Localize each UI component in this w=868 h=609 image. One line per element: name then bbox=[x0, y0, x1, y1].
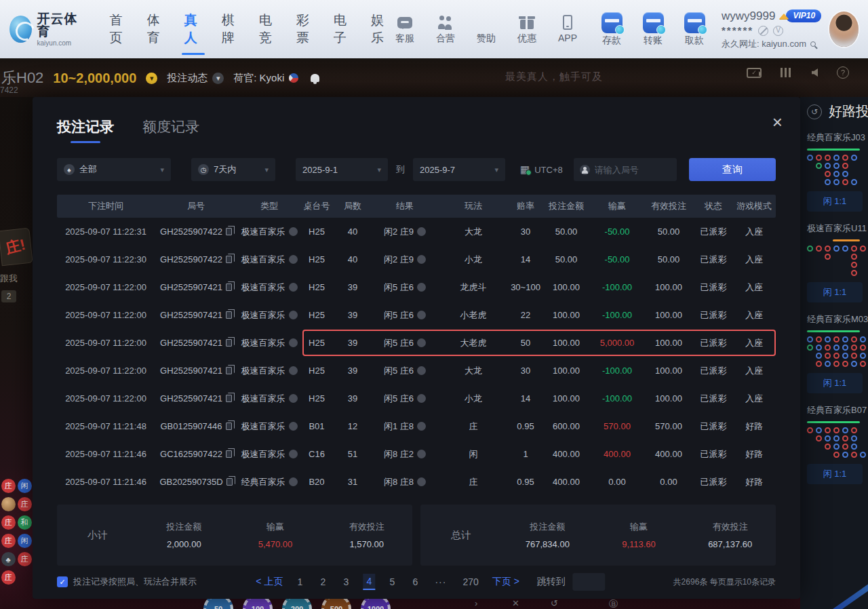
nav-menu-item[interactable]: 真人 bbox=[184, 7, 203, 51]
copy-icon[interactable] bbox=[226, 256, 232, 263]
copy-icon[interactable] bbox=[226, 478, 233, 486]
cell-game-mode: 入座 bbox=[732, 254, 776, 266]
nav-menu-item[interactable]: 体育 bbox=[147, 7, 165, 51]
nav-menu-item[interactable]: 电子 bbox=[334, 7, 352, 51]
copy-icon[interactable] bbox=[226, 311, 232, 319]
subtotal-winloss-header: 输赢 bbox=[230, 521, 321, 533]
limits-chevron-icon[interactable]: ▾ bbox=[146, 73, 157, 84]
cell-round-no: 39 bbox=[332, 393, 373, 404]
quick-links: 客服 合营 赞助 优惠 APP bbox=[389, 14, 583, 45]
quick-link[interactable]: 客服 bbox=[389, 14, 420, 45]
undo-icon[interactable]: ↺ bbox=[551, 598, 558, 608]
road-bet-button[interactable]: 闲 1:1 bbox=[807, 191, 863, 212]
cell-round-no: 39 bbox=[332, 366, 373, 376]
cell-bet-time: 2025-09-07 11:22:31 bbox=[57, 227, 155, 237]
road-section: 经典百家乐J03 闲 1:1 bbox=[807, 132, 868, 212]
eye-off-icon[interactable] bbox=[758, 26, 768, 36]
cell-bet-time: 2025-09-07 11:22:00 bbox=[57, 338, 155, 348]
round-search-input[interactable] bbox=[595, 165, 671, 175]
copy-icon[interactable] bbox=[226, 228, 232, 235]
road-bet-button[interactable]: 闲 1:1 bbox=[807, 464, 863, 484]
bead-badge: ♣ bbox=[1, 552, 16, 566]
banker-bet-icon[interactable]: Ⓑ bbox=[609, 598, 618, 609]
date-range-select[interactable]: ◷ 7天内 ▾ bbox=[191, 158, 275, 181]
signal-icon[interactable] bbox=[781, 68, 793, 77]
prev-page-button[interactable]: < 上页 bbox=[256, 576, 283, 588]
cell-game-type: 极速百家乐 bbox=[237, 393, 301, 405]
cell-result: 闲5 庄6 bbox=[373, 393, 437, 405]
panel-back-icon[interactable]: ↺ bbox=[807, 104, 822, 119]
copy-icon[interactable] bbox=[226, 283, 232, 291]
page-number[interactable]: 1 bbox=[294, 574, 306, 589]
road-bet-button[interactable]: 闲 1:1 bbox=[807, 282, 863, 302]
wallet-link[interactable]: 转账 bbox=[637, 12, 669, 47]
cell-round-no: 39 bbox=[332, 282, 373, 292]
cell-round-id: GH2525907421 bbox=[155, 393, 237, 404]
total-valid-header: 有效投注 bbox=[684, 521, 776, 533]
nav-menu-item[interactable]: 首页 bbox=[110, 7, 128, 51]
timezone-value: UTC+8 bbox=[534, 165, 563, 175]
road-bet-button[interactable]: 闲 1:1 bbox=[807, 373, 863, 393]
nav-menu-item[interactable]: 电竞 bbox=[259, 7, 277, 51]
modal-tabs: 投注记录 额度记录 bbox=[57, 117, 199, 143]
quick-link[interactable]: APP bbox=[552, 14, 583, 43]
bell-icon[interactable] bbox=[311, 74, 319, 82]
refresh-circle-icon[interactable]: V bbox=[773, 26, 783, 36]
masked-balance: ****** bbox=[722, 24, 753, 37]
page-number[interactable]: 4 bbox=[363, 574, 375, 590]
wallet-link[interactable]: 存款 bbox=[595, 12, 628, 47]
wallet-link-label: 取款 bbox=[678, 35, 711, 47]
cell-win-loss: -100.00 bbox=[591, 282, 643, 292]
table-header-cell: 下注时间 bbox=[57, 200, 155, 212]
query-button[interactable]: 查询 bbox=[689, 158, 776, 181]
avatar[interactable] bbox=[829, 12, 859, 47]
copy-icon[interactable] bbox=[226, 339, 232, 347]
nav-menu-item[interactable]: 娱乐 bbox=[371, 7, 389, 51]
cell-bet-amount: 100.00 bbox=[541, 338, 591, 348]
nav-menu-item[interactable]: 彩票 bbox=[296, 7, 315, 51]
clear-bets-icon[interactable]: ✕ bbox=[512, 598, 519, 608]
search-icon[interactable] bbox=[810, 41, 816, 47]
close-icon[interactable]: × bbox=[772, 113, 783, 131]
chips-next-icon[interactable]: › bbox=[475, 598, 477, 608]
username: wywy9999 bbox=[722, 9, 775, 23]
wallet-link[interactable]: 取款 bbox=[678, 12, 711, 47]
page-number[interactable]: 270 bbox=[460, 574, 481, 589]
quick-link[interactable]: 优惠 bbox=[511, 14, 542, 45]
help-icon[interactable]: ? bbox=[837, 66, 849, 79]
copy-icon[interactable] bbox=[226, 395, 232, 402]
total-winloss-value: 9,113.60 bbox=[593, 539, 685, 549]
copy-icon[interactable] bbox=[226, 367, 232, 374]
bead-road-left: 庄 闲 庄 庄 和 庄 闲 ♣ 庄 庄 bbox=[0, 479, 33, 585]
page-number[interactable]: 2 bbox=[317, 574, 329, 589]
cell-bet-amount: 50.00 bbox=[541, 254, 591, 264]
copy-icon[interactable] bbox=[226, 450, 232, 458]
brand-logo[interactable]: 开云体育 kaiyun.com bbox=[9, 12, 81, 47]
table-header-cell: 局数 bbox=[332, 200, 373, 212]
page-number[interactable]: ··· bbox=[432, 574, 449, 589]
speaker-icon[interactable] bbox=[812, 68, 818, 77]
date-from-select[interactable]: 2025-9-1 ▾ bbox=[296, 158, 388, 181]
modal-tab[interactable]: 投注记录 bbox=[57, 117, 114, 143]
road-bead-grid bbox=[807, 427, 868, 458]
feed-chevron-icon[interactable]: ▾ bbox=[212, 73, 224, 84]
page-number[interactable]: 5 bbox=[386, 574, 398, 589]
date-to-select[interactable]: 2025-9-7 ▾ bbox=[413, 158, 505, 181]
video-quality-icon[interactable]: ✓ bbox=[747, 68, 762, 78]
nav-menu-item[interactable]: 棋牌 bbox=[222, 7, 240, 51]
cell-game-type: 极速百家乐 bbox=[237, 226, 301, 238]
next-page-button[interactable]: 下页 > bbox=[492, 576, 519, 588]
bead-badge: 庄 bbox=[1, 534, 16, 548]
modal-tab[interactable]: 额度记录 bbox=[142, 117, 199, 143]
page-number[interactable]: 6 bbox=[409, 574, 421, 589]
page-number[interactable]: 3 bbox=[340, 574, 352, 589]
copy-icon[interactable] bbox=[226, 423, 232, 430]
cell-result: 闲5 庄6 bbox=[373, 309, 437, 321]
merge-checkbox[interactable]: ✓ bbox=[57, 576, 68, 587]
quick-link[interactable]: 赞助 bbox=[471, 14, 502, 45]
game-type-select[interactable]: ♠ 全部 ▾ bbox=[57, 158, 171, 181]
quick-link[interactable]: 合营 bbox=[430, 14, 461, 45]
jump-to-input[interactable] bbox=[572, 573, 605, 591]
total-winloss-header: 输赢 bbox=[593, 521, 685, 533]
cell-table-no: H25 bbox=[301, 254, 332, 264]
